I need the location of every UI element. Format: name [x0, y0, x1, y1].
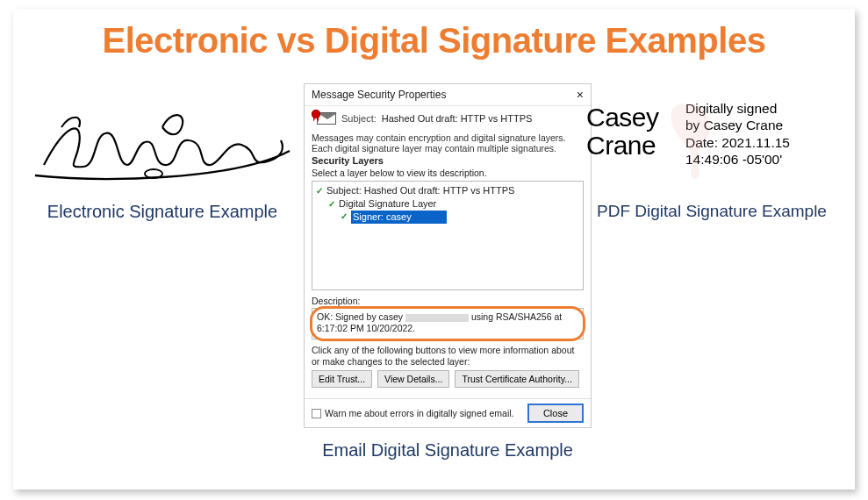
description-box: OK: Signed by casey using RSA/SHA256 at … — [312, 308, 584, 339]
warn-checkbox[interactable]: Warn me about errors in digitally signed… — [312, 408, 514, 418]
subject-value: Hashed Out draft: HTTP vs HTTPS — [382, 113, 533, 124]
certificate-envelope-icon — [312, 110, 336, 127]
tree-root-label: Subject: Hashed Out draft: HTTP vs HTTPS — [326, 184, 514, 197]
dialog-title-text: Message Security Properties — [312, 89, 446, 101]
edit-trust-button[interactable]: Edit Trust... — [312, 370, 372, 388]
desc-prefix: OK: Signed by casey — [317, 311, 403, 322]
tree-layer-label: Digital Signature Layer — [339, 197, 436, 211]
page-title: Electronic vs Digital Signature Examples — [13, 9, 855, 61]
layer-tree[interactable]: ✓ Subject: Hashed Out draft: HTTP vs HTT… — [312, 181, 584, 290]
click-info-text: Click any of the following buttons to vi… — [312, 345, 584, 367]
tree-row-root[interactable]: ✓ Subject: Hashed Out draft: HTTP vs HTT… — [316, 184, 579, 197]
desc-suffix: using RSA/SHA256 at — [471, 311, 562, 322]
subject-label: Subject: — [341, 113, 377, 124]
desc-line2: 6:17:02 PM 10/20/2022. — [317, 323, 415, 333]
pdf-name-line2: Crane — [586, 131, 656, 160]
security-layers-heading: Security Layers — [312, 155, 584, 166]
check-icon: ✓ — [328, 198, 335, 211]
pdf-name-line1: Casey — [586, 103, 659, 132]
tree-signer-label: Signer: casey — [353, 211, 412, 222]
message-security-dialog: Message Security Properties × Subject: H… — [304, 83, 592, 428]
check-icon: ✓ — [341, 211, 348, 223]
tree-row-signer[interactable]: ✓ Signer: casey — [316, 211, 579, 224]
dialog-intro: Messages may contain encryption and digi… — [312, 132, 584, 154]
trust-ca-button[interactable]: Trust Certificate Authority... — [455, 370, 578, 388]
tree-row-layer[interactable]: ✓ Digital Signature Layer — [316, 197, 579, 211]
dialog-titlebar: Message Security Properties × — [305, 84, 591, 106]
description-label: Description: — [312, 296, 584, 306]
electronic-signature-caption: Electronic Signature Example — [31, 202, 294, 222]
slide: Electronic vs Digital Signature Examples… — [13, 9, 855, 489]
pdf-signature-block: Casey Crane Digitally signed by Casey Cr… — [585, 96, 839, 189]
close-button[interactable]: Close — [527, 404, 584, 423]
subject-row: Subject: Hashed Out draft: HTTP vs HTTPS — [305, 106, 591, 132]
view-details-button[interactable]: View Details... — [377, 370, 449, 388]
email-signature-caption: Email Digital Signature Example — [304, 440, 592, 461]
pdf-signature-meta: Digitally signed by Casey Crane Date: 20… — [685, 96, 839, 189]
handwritten-signature — [31, 96, 294, 193]
close-icon[interactable]: × — [577, 88, 584, 102]
check-icon: ✓ — [316, 185, 323, 197]
pdf-signature-caption: PDF Digital Signature Example — [585, 202, 839, 221]
checkbox-box[interactable] — [312, 409, 321, 418]
adobe-ribbon-icon — [659, 96, 729, 181]
select-layer-text: Select a layer below to view its descrip… — [312, 168, 584, 178]
warn-label: Warn me about errors in digitally signed… — [325, 408, 514, 418]
redacted-text — [405, 314, 469, 322]
